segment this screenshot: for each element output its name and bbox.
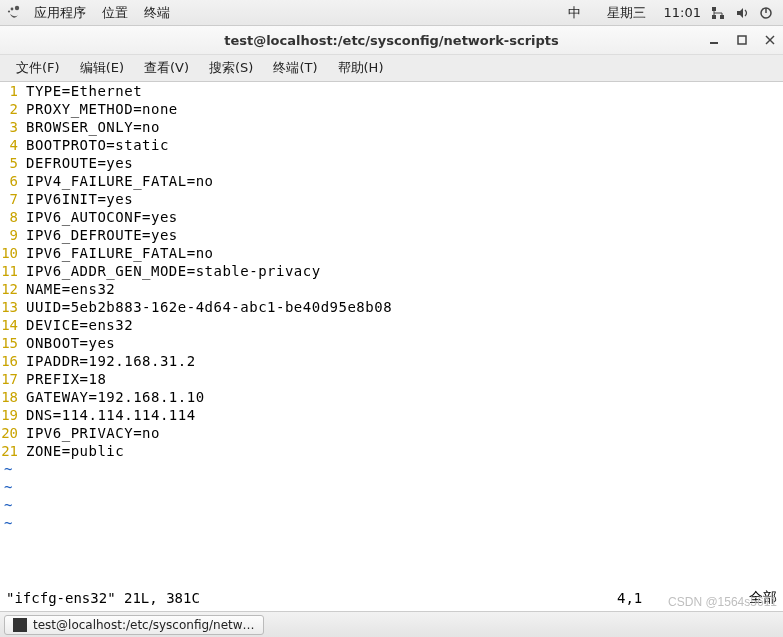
svg-rect-3 [712, 7, 716, 11]
top-panel: 应用程序 位置 终端 中 星期三 11:01 [0, 0, 783, 26]
line-text: PREFIX=18 [26, 370, 106, 388]
empty-line: ~ [0, 478, 783, 496]
status-file-info: "ifcfg-ens32" 21L, 381C [6, 590, 617, 606]
line-text: DEFROUTE=yes [26, 154, 133, 172]
editor-line: 9IPV6_DEFROUTE=yes [0, 226, 783, 244]
menu-help[interactable]: 帮助(H) [328, 59, 394, 77]
line-number: 2 [0, 100, 26, 118]
line-number: 7 [0, 190, 26, 208]
minimize-button[interactable] [707, 33, 721, 47]
panel-terminal[interactable]: 终端 [136, 4, 178, 22]
line-text: BROWSER_ONLY=no [26, 118, 160, 136]
vim-status-bar: "ifcfg-ens32" 21L, 381C 4,1 全部 [0, 585, 783, 611]
svg-point-2 [8, 10, 10, 12]
tilde-marker: ~ [0, 496, 12, 514]
editor-line: 5DEFROUTE=yes [0, 154, 783, 172]
line-number: 12 [0, 280, 26, 298]
panel-places[interactable]: 位置 [94, 4, 136, 22]
editor-line: 3BROWSER_ONLY=no [0, 118, 783, 136]
editor-line: 14DEVICE=ens32 [0, 316, 783, 334]
window-titlebar[interactable]: test@localhost:/etc/sysconfig/network-sc… [0, 26, 783, 54]
tilde-marker: ~ [0, 460, 12, 478]
line-text: NAME=ens32 [26, 280, 115, 298]
tilde-marker: ~ [0, 514, 12, 532]
volume-icon[interactable] [735, 6, 749, 20]
editor-line: 16IPADDR=192.168.31.2 [0, 352, 783, 370]
empty-line: ~ [0, 514, 783, 532]
line-number: 5 [0, 154, 26, 172]
editor-line: 13UUID=5eb2b883-162e-4d64-abc1-be40d95e8… [0, 298, 783, 316]
system-tray: 中 星期三 11:01 [560, 4, 777, 22]
editor-line: 15ONBOOT=yes [0, 334, 783, 352]
line-number: 10 [0, 244, 26, 262]
line-text: IPV6_AUTOCONF=yes [26, 208, 178, 226]
line-number: 6 [0, 172, 26, 190]
line-number: 4 [0, 136, 26, 154]
line-text: DEVICE=ens32 [26, 316, 133, 334]
line-number: 13 [0, 298, 26, 316]
line-text: ONBOOT=yes [26, 334, 115, 352]
editor-line: 6IPV4_FAILURE_FATAL=no [0, 172, 783, 190]
bottom-taskbar: test@localhost:/etc/sysconfig/netw… [0, 611, 783, 637]
close-button[interactable] [763, 33, 777, 47]
menu-terminal[interactable]: 终端(T) [263, 59, 327, 77]
line-number: 8 [0, 208, 26, 226]
editor-line: 20IPV6_PRIVACY=no [0, 424, 783, 442]
line-number: 11 [0, 262, 26, 280]
line-text: IPV4_FAILURE_FATAL=no [26, 172, 214, 190]
line-number: 19 [0, 406, 26, 424]
editor-line: 1TYPE=Ethernet [0, 82, 783, 100]
line-text: DNS=114.114.114.114 [26, 406, 196, 424]
line-number: 17 [0, 370, 26, 388]
svg-rect-4 [720, 15, 724, 19]
editor-line: 7IPV6INIT=yes [0, 190, 783, 208]
line-number: 9 [0, 226, 26, 244]
status-scroll: 全部 [727, 589, 777, 607]
editor-line: 2PROXY_METHOD=none [0, 100, 783, 118]
menu-edit[interactable]: 编辑(E) [70, 59, 134, 77]
line-text: GATEWAY=192.168.1.10 [26, 388, 205, 406]
line-text: IPV6_ADDR_GEN_MODE=stable-privacy [26, 262, 321, 280]
tilde-marker: ~ [0, 478, 12, 496]
svg-rect-5 [712, 15, 716, 19]
line-number: 21 [0, 442, 26, 460]
editor-line: 21ZONE=public [0, 442, 783, 460]
line-text: ZONE=public [26, 442, 124, 460]
status-cursor-pos: 4,1 [617, 590, 727, 606]
menu-file[interactable]: 文件(F) [6, 59, 70, 77]
line-text: UUID=5eb2b883-162e-4d64-abc1-be40d95e8b0… [26, 298, 392, 316]
line-number: 14 [0, 316, 26, 334]
editor-line: 4BOOTPROTO=static [0, 136, 783, 154]
clock-day[interactable]: 星期三 [599, 4, 654, 22]
panel-apps[interactable]: 应用程序 [26, 4, 94, 22]
svg-rect-9 [738, 36, 746, 44]
line-text: TYPE=Ethernet [26, 82, 142, 100]
editor-line: 11IPV6_ADDR_GEN_MODE=stable-privacy [0, 262, 783, 280]
line-text: IPV6INIT=yes [26, 190, 133, 208]
line-number: 20 [0, 424, 26, 442]
editor-area[interactable]: 1TYPE=Ethernet2PROXY_METHOD=none3BROWSER… [0, 82, 783, 585]
line-text: PROXY_METHOD=none [26, 100, 178, 118]
line-number: 18 [0, 388, 26, 406]
editor-line: 10IPV6_FAILURE_FATAL=no [0, 244, 783, 262]
line-text: IPV6_PRIVACY=no [26, 424, 160, 442]
svg-point-0 [15, 5, 19, 9]
empty-line: ~ [0, 496, 783, 514]
menu-view[interactable]: 查看(V) [134, 59, 199, 77]
line-text: IPV6_DEFROUTE=yes [26, 226, 178, 244]
editor-line: 8IPV6_AUTOCONF=yes [0, 208, 783, 226]
line-number: 1 [0, 82, 26, 100]
power-icon[interactable] [759, 6, 773, 20]
line-text: IPADDR=192.168.31.2 [26, 352, 196, 370]
editor-line: 12NAME=ens32 [0, 280, 783, 298]
maximize-button[interactable] [735, 33, 749, 47]
network-icon[interactable] [711, 6, 725, 20]
clock-time[interactable]: 11:01 [664, 5, 701, 20]
taskbar-entry-terminal[interactable]: test@localhost:/etc/sysconfig/netw… [4, 615, 264, 635]
menu-search[interactable]: 搜索(S) [199, 59, 263, 77]
svg-point-1 [11, 7, 14, 10]
line-text: IPV6_FAILURE_FATAL=no [26, 244, 214, 262]
taskbar-entry-label: test@localhost:/etc/sysconfig/netw… [33, 618, 255, 632]
terminal-icon [13, 618, 27, 632]
ime-indicator[interactable]: 中 [560, 4, 589, 22]
